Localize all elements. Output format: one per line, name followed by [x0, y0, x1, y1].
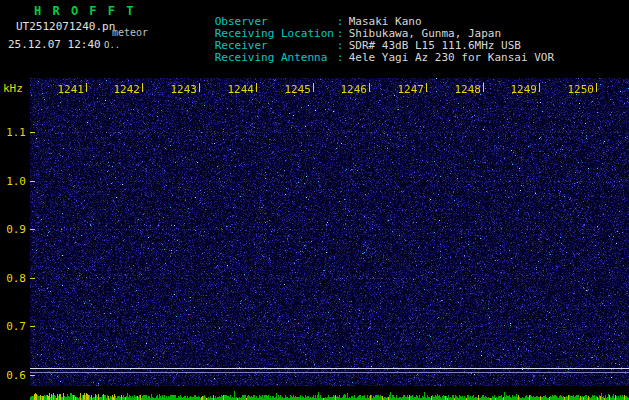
header-info: Observer:Masaki Kano Receiving Location:… [175, 4, 554, 52]
gridline [30, 326, 629, 327]
x-axis-label: 1246 [339, 84, 367, 95]
gridline [30, 278, 629, 279]
header-row: Observer:Masaki Kano [175, 4, 554, 16]
x-axis-tick [483, 83, 484, 92]
x-axis-label: 1250 [566, 84, 594, 95]
field-label: Receiving Antenna [215, 52, 337, 64]
carrier-line-bright [30, 368, 629, 369]
x-axis-tick [256, 83, 257, 92]
signal-level-strip [30, 386, 629, 400]
hrofft-window: H R O F F T UT2512071240.pn meteor 25.12… [0, 0, 629, 400]
gridline [30, 229, 629, 230]
status-indicator: O.. [104, 40, 120, 50]
x-axis-label: 1248 [453, 84, 481, 95]
x-axis-tick [199, 83, 200, 92]
spectrogram-plot: 1241124212431244124512461247124812491250 [30, 78, 629, 386]
y-axis-label: 1.0 [2, 176, 26, 187]
carrier-line-dim [30, 372, 629, 373]
y-axis-label: 0.9 [2, 224, 26, 235]
app-title: H R O F F T [34, 4, 135, 18]
x-axis-tick [596, 83, 597, 92]
field-value: 4ele Yagi Az 230 for Kansai VOR [349, 51, 554, 64]
filename: UT2512071240.pn [16, 20, 115, 33]
x-axis-label: 1245 [283, 84, 311, 95]
y-axis-unit-label: kHz [3, 82, 23, 95]
gridline [30, 375, 629, 376]
x-axis-tick [86, 83, 87, 92]
y-axis-label: 0.7 [2, 321, 26, 332]
x-axis-tick [142, 83, 143, 92]
y-axis-label: 1.1 [2, 127, 26, 138]
x-axis-label: 1244 [226, 84, 254, 95]
x-axis-tick [426, 83, 427, 92]
spectrogram-canvas [30, 78, 629, 386]
field-separator: : [337, 52, 349, 64]
x-axis-label: 1247 [396, 84, 424, 95]
x-axis-tick [313, 83, 314, 92]
x-axis-label: 1249 [509, 84, 537, 95]
x-axis-label: 1243 [169, 84, 197, 95]
x-axis-tick [539, 83, 540, 92]
gridline [30, 132, 629, 133]
y-axis-label: 0.6 [2, 370, 26, 381]
x-axis-label: 1242 [112, 84, 140, 95]
gridline [30, 181, 629, 182]
datetime: 25.12.07 12:40 [8, 38, 101, 51]
x-axis-label: 1241 [56, 84, 84, 95]
station-name: meteor [112, 27, 148, 38]
x-axis-tick [369, 83, 370, 92]
y-axis-label: 0.8 [2, 273, 26, 284]
